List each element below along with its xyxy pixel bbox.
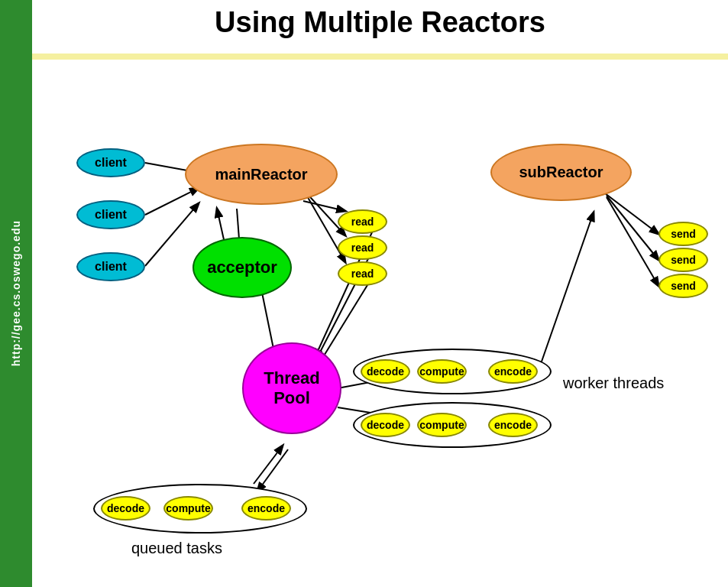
- main-reactor: mainReactor: [185, 144, 338, 205]
- svg-line-5: [303, 201, 345, 211]
- queued-compute: compute: [163, 496, 213, 521]
- queued-encode: encode: [241, 496, 291, 521]
- sidebar: http://gee.cs.oswego.edu: [0, 0, 32, 587]
- acceptor: acceptor: [193, 237, 292, 298]
- thread-pool: ThreadPool: [242, 342, 341, 434]
- sub-reactor: subReactor: [490, 144, 632, 201]
- worker-group-1: decode compute encode: [353, 349, 552, 394]
- worker2-decode: decode: [361, 413, 410, 437]
- read-1: read: [338, 209, 387, 234]
- send-3: send: [658, 274, 708, 298]
- page-title: Using Multiple Reactors: [32, 6, 728, 39]
- sidebar-url: http://gee.cs.oswego.edu: [10, 220, 22, 366]
- queued-tasks-label: queued tasks: [131, 540, 222, 557]
- worker-threads-label: worker threads: [563, 373, 664, 393]
- queued-group: decode compute encode: [93, 484, 307, 533]
- send-1: send: [658, 222, 708, 246]
- client-3: client: [76, 252, 145, 281]
- svg-line-2: [145, 203, 199, 266]
- svg-line-1: [145, 188, 199, 215]
- send-2: send: [658, 248, 708, 272]
- svg-line-19: [536, 212, 594, 377]
- worker1-compute: compute: [417, 359, 467, 384]
- svg-line-18: [607, 197, 658, 286]
- client-2: client: [76, 200, 145, 229]
- content-area: client client client mainReactor subReac…: [32, 60, 728, 587]
- svg-line-16: [605, 193, 658, 234]
- thread-pool-label: ThreadPool: [264, 368, 319, 409]
- svg-line-4: [217, 209, 225, 243]
- svg-line-17: [607, 196, 658, 260]
- worker-group-2: decode compute encode: [353, 402, 552, 448]
- top-bar: [32, 54, 728, 60]
- worker1-decode: decode: [361, 359, 410, 384]
- read-3: read: [338, 261, 387, 286]
- client-1: client: [76, 148, 145, 177]
- svg-line-14: [257, 449, 288, 491]
- queued-decode: decode: [101, 496, 150, 521]
- worker2-compute: compute: [417, 413, 467, 437]
- worker1-encode: encode: [488, 359, 538, 384]
- read-2: read: [338, 235, 387, 260]
- worker2-encode: encode: [488, 413, 538, 437]
- svg-line-15: [254, 446, 283, 484]
